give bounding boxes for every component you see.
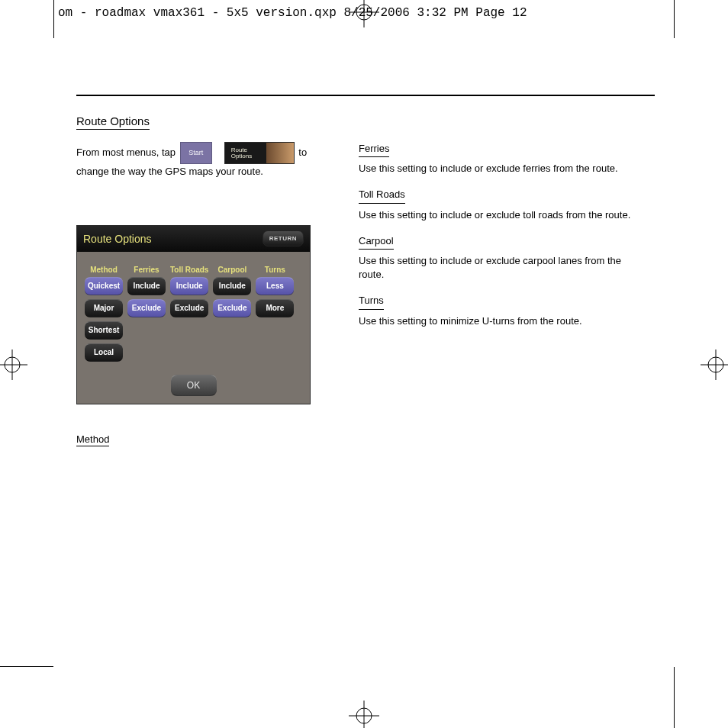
route-options-button-graphic: Route Options [224, 142, 295, 164]
description-block: CarpoolUse this setting to include or ex… [359, 234, 641, 282]
device-column-label: Method [90, 266, 118, 274]
option-pill[interactable]: Local [85, 343, 123, 362]
device-column: TurnsLessMore [256, 266, 294, 366]
registration-mark-icon [349, 701, 379, 728]
description-block: FerriesUse this setting to include or ex… [359, 142, 641, 176]
option-pill[interactable]: Quickest [85, 277, 123, 295]
description-text: Use this setting to include or exclude t… [359, 208, 641, 222]
start-button-graphic: Start [180, 142, 212, 164]
option-pill[interactable]: Less [256, 277, 294, 295]
device-column-label: Toll Roads [170, 266, 208, 274]
section-title: Route Options [76, 114, 150, 130]
page-content: Route Options From most menus, tap Start… [76, 95, 655, 451]
registration-mark-icon [0, 350, 27, 380]
device-column-label: Carpool [217, 266, 246, 274]
registration-mark-icon [349, 0, 379, 27]
device-grid: MethodQuickestMajorShortestLocalFerriesI… [77, 252, 310, 372]
device-screenshot: Route Options RETURN MethodQuickestMajor… [76, 225, 311, 404]
return-button[interactable]: RETURN [263, 230, 304, 246]
description-text: Use this setting to include or exclude c… [359, 254, 641, 282]
intro-prefix: From most menus, tap [76, 147, 176, 158]
left-column: From most menus, tap Start Route Options… [76, 142, 336, 451]
description-block: TurnsUse this setting to minimize U-turn… [359, 294, 641, 327]
description-heading: Ferries [359, 142, 389, 157]
device-column-label: Turns [265, 266, 285, 274]
device-column: Toll RoadsIncludeExclude [170, 266, 208, 366]
device-column: MethodQuickestMajorShortestLocal [85, 266, 123, 366]
routeopts-line2: Options [228, 153, 253, 159]
option-pill[interactable]: Include [127, 277, 166, 295]
description-block: Toll RoadsUse this setting to include or… [359, 188, 641, 221]
registration-mark-icon [701, 350, 728, 380]
option-pill[interactable]: More [256, 299, 294, 317]
description-text: Use this setting to minimize U-turns fro… [359, 314, 641, 328]
device-column: CarpoolIncludeExclude [213, 266, 251, 366]
description-heading: Toll Roads [359, 188, 405, 203]
device-title: Route Options [83, 233, 152, 245]
device-column-label: Ferries [134, 266, 159, 274]
right-column: FerriesUse this setting to include or ex… [359, 142, 641, 451]
option-pill[interactable]: Exclude [127, 299, 166, 317]
crop-mark-bottom [0, 667, 675, 728]
option-pill[interactable]: Include [213, 277, 251, 295]
ok-button[interactable]: OK [171, 375, 217, 396]
option-pill[interactable]: Exclude [170, 299, 208, 317]
device-titlebar: Route Options RETURN [77, 226, 310, 252]
print-header: om - roadmax vmax361 - 5x5 version.qxp 8… [58, 6, 527, 20]
description-heading: Carpool [359, 234, 394, 250]
horizontal-rule [76, 95, 655, 96]
start-button-label: Start [188, 148, 203, 159]
description-heading: Turns [359, 294, 384, 309]
option-pill[interactable]: Include [170, 277, 208, 295]
option-pill[interactable]: Shortest [85, 321, 123, 340]
option-pill[interactable]: Major [85, 299, 123, 317]
intro-text: From most menus, tap Start Route Options… [76, 142, 336, 179]
option-pill[interactable]: Exclude [213, 299, 251, 317]
method-heading: Method [76, 433, 109, 446]
description-text: Use this setting to include or exclude f… [359, 162, 641, 176]
device-column: FerriesIncludeExclude [127, 266, 166, 366]
crop-mark-bottom-line [0, 666, 53, 667]
